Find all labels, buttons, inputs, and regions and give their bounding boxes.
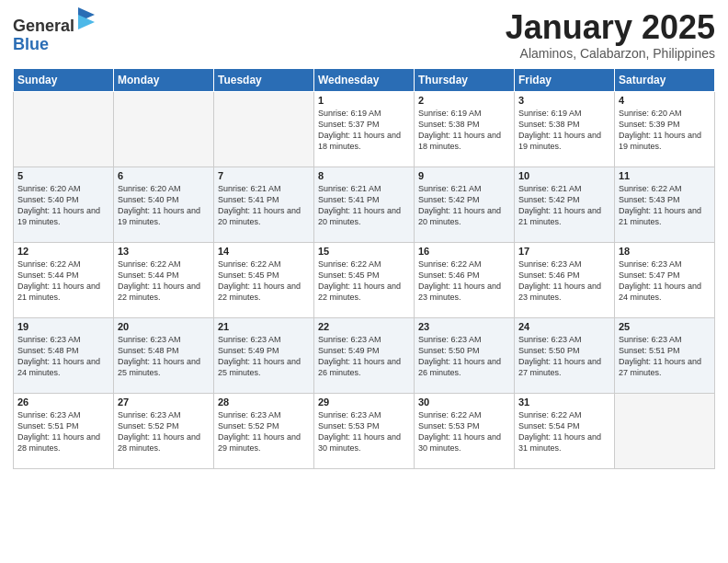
col-saturday: Saturday (615, 68, 715, 91)
day-info: Sunrise: 6:23 AM Sunset: 5:51 PM Dayligh… (619, 334, 711, 379)
col-wednesday: Wednesday (314, 68, 415, 91)
day-number: 23 (418, 321, 510, 332)
day-info: Sunrise: 6:23 AM Sunset: 5:49 PM Dayligh… (318, 334, 410, 379)
title-block: January 2025 Alaminos, Calabarzon, Phili… (506, 9, 715, 61)
day-info: Sunrise: 6:23 AM Sunset: 5:53 PM Dayligh… (318, 409, 410, 454)
day-number: 30 (418, 396, 510, 408)
day-number: 11 (619, 170, 711, 181)
table-row: 3Sunrise: 6:19 AM Sunset: 5:38 PM Daylig… (515, 91, 615, 167)
day-info: Sunrise: 6:23 AM Sunset: 5:52 PM Dayligh… (118, 409, 210, 454)
logo-blue-text: Blue (13, 35, 49, 53)
day-number: 8 (318, 170, 410, 181)
day-number: 29 (318, 396, 410, 408)
day-number: 20 (118, 321, 210, 332)
day-info: Sunrise: 6:23 AM Sunset: 5:52 PM Dayligh… (218, 409, 310, 454)
day-number: 15 (318, 246, 410, 257)
day-number: 3 (518, 95, 610, 106)
logo-flag-icon (76, 6, 97, 31)
logo-general-text: General (13, 17, 74, 35)
calendar-week-row: 12Sunrise: 6:22 AM Sunset: 5:44 PM Dayli… (14, 242, 715, 317)
day-number: 26 (17, 396, 109, 408)
table-row: 12Sunrise: 6:22 AM Sunset: 5:44 PM Dayli… (14, 242, 114, 317)
calendar-week-row: 1Sunrise: 6:19 AM Sunset: 5:37 PM Daylig… (14, 91, 715, 167)
calendar-week-row: 26Sunrise: 6:23 AM Sunset: 5:51 PM Dayli… (14, 393, 715, 468)
location-title: Alaminos, Calabarzon, Philippines (506, 46, 715, 61)
day-info: Sunrise: 6:19 AM Sunset: 5:37 PM Dayligh… (318, 108, 410, 153)
table-row: 9Sunrise: 6:21 AM Sunset: 5:42 PM Daylig… (415, 167, 515, 242)
table-row: 23Sunrise: 6:23 AM Sunset: 5:50 PM Dayli… (415, 317, 515, 393)
day-info: Sunrise: 6:22 AM Sunset: 5:54 PM Dayligh… (518, 409, 610, 454)
day-number: 17 (518, 246, 610, 257)
table-row: 8Sunrise: 6:21 AM Sunset: 5:41 PM Daylig… (314, 167, 415, 242)
day-info: Sunrise: 6:23 AM Sunset: 5:48 PM Dayligh… (17, 334, 109, 379)
calendar-header-row: Sunday Monday Tuesday Wednesday Thursday… (14, 68, 715, 91)
table-row (615, 393, 715, 468)
month-title: January 2025 (506, 9, 715, 46)
table-row (14, 91, 114, 167)
day-number: 2 (418, 95, 510, 106)
day-info: Sunrise: 6:19 AM Sunset: 5:38 PM Dayligh… (418, 108, 510, 153)
day-info: Sunrise: 6:23 AM Sunset: 5:51 PM Dayligh… (17, 409, 109, 454)
day-info: Sunrise: 6:20 AM Sunset: 5:39 PM Dayligh… (619, 108, 711, 153)
table-row: 15Sunrise: 6:22 AM Sunset: 5:45 PM Dayli… (314, 242, 415, 317)
calendar: Sunday Monday Tuesday Wednesday Thursday… (13, 68, 715, 469)
logo: General Blue (13, 9, 97, 54)
day-number: 5 (17, 170, 109, 181)
day-number: 16 (418, 246, 510, 257)
col-sunday: Sunday (14, 68, 114, 91)
table-row (114, 91, 214, 167)
table-row: 18Sunrise: 6:23 AM Sunset: 5:47 PM Dayli… (615, 242, 715, 317)
day-number: 28 (218, 396, 310, 408)
table-row: 27Sunrise: 6:23 AM Sunset: 5:52 PM Dayli… (114, 393, 214, 468)
table-row: 14Sunrise: 6:22 AM Sunset: 5:45 PM Dayli… (214, 242, 314, 317)
table-row: 4Sunrise: 6:20 AM Sunset: 5:39 PM Daylig… (615, 91, 715, 167)
day-number: 12 (17, 246, 109, 257)
table-row: 19Sunrise: 6:23 AM Sunset: 5:48 PM Dayli… (14, 317, 114, 393)
day-info: Sunrise: 6:21 AM Sunset: 5:41 PM Dayligh… (318, 183, 410, 228)
col-thursday: Thursday (415, 68, 515, 91)
table-row: 22Sunrise: 6:23 AM Sunset: 5:49 PM Dayli… (314, 317, 415, 393)
day-info: Sunrise: 6:21 AM Sunset: 5:42 PM Dayligh… (418, 183, 510, 228)
day-info: Sunrise: 6:23 AM Sunset: 5:49 PM Dayligh… (218, 334, 310, 379)
day-number: 31 (518, 396, 610, 408)
day-info: Sunrise: 6:23 AM Sunset: 5:48 PM Dayligh… (118, 334, 210, 379)
day-number: 27 (118, 396, 210, 408)
calendar-week-row: 19Sunrise: 6:23 AM Sunset: 5:48 PM Dayli… (14, 317, 715, 393)
table-row: 28Sunrise: 6:23 AM Sunset: 5:52 PM Dayli… (214, 393, 314, 468)
day-number: 1 (318, 95, 410, 106)
table-row: 13Sunrise: 6:22 AM Sunset: 5:44 PM Dayli… (114, 242, 214, 317)
day-info: Sunrise: 6:23 AM Sunset: 5:47 PM Dayligh… (619, 259, 711, 304)
col-tuesday: Tuesday (214, 68, 314, 91)
col-friday: Friday (515, 68, 615, 91)
table-row: 10Sunrise: 6:21 AM Sunset: 5:42 PM Dayli… (515, 167, 615, 242)
day-info: Sunrise: 6:22 AM Sunset: 5:45 PM Dayligh… (218, 259, 310, 304)
day-info: Sunrise: 6:23 AM Sunset: 5:50 PM Dayligh… (418, 334, 510, 379)
day-number: 6 (118, 170, 210, 181)
day-info: Sunrise: 6:23 AM Sunset: 5:50 PM Dayligh… (518, 334, 610, 379)
day-info: Sunrise: 6:20 AM Sunset: 5:40 PM Dayligh… (118, 183, 210, 228)
day-info: Sunrise: 6:22 AM Sunset: 5:44 PM Dayligh… (118, 259, 210, 304)
day-number: 13 (118, 246, 210, 257)
day-number: 10 (518, 170, 610, 181)
table-row: 25Sunrise: 6:23 AM Sunset: 5:51 PM Dayli… (615, 317, 715, 393)
table-row: 5Sunrise: 6:20 AM Sunset: 5:40 PM Daylig… (14, 167, 114, 242)
table-row: 30Sunrise: 6:22 AM Sunset: 5:53 PM Dayli… (415, 393, 515, 468)
table-row: 16Sunrise: 6:22 AM Sunset: 5:46 PM Dayli… (415, 242, 515, 317)
day-info: Sunrise: 6:21 AM Sunset: 5:42 PM Dayligh… (518, 183, 610, 228)
header: General Blue January 2025 Alaminos, Cala… (13, 9, 715, 61)
day-number: 4 (619, 95, 711, 106)
table-row: 1Sunrise: 6:19 AM Sunset: 5:37 PM Daylig… (314, 91, 415, 167)
day-number: 9 (418, 170, 510, 181)
calendar-body: 1Sunrise: 6:19 AM Sunset: 5:37 PM Daylig… (14, 91, 715, 468)
day-number: 14 (218, 246, 310, 257)
col-monday: Monday (114, 68, 214, 91)
day-info: Sunrise: 6:22 AM Sunset: 5:44 PM Dayligh… (17, 259, 109, 304)
table-row: 24Sunrise: 6:23 AM Sunset: 5:50 PM Dayli… (515, 317, 615, 393)
day-number: 18 (619, 246, 711, 257)
table-row: 2Sunrise: 6:19 AM Sunset: 5:38 PM Daylig… (415, 91, 515, 167)
day-number: 22 (318, 321, 410, 332)
day-info: Sunrise: 6:20 AM Sunset: 5:40 PM Dayligh… (17, 183, 109, 228)
day-number: 7 (218, 170, 310, 181)
day-info: Sunrise: 6:22 AM Sunset: 5:53 PM Dayligh… (418, 409, 510, 454)
day-info: Sunrise: 6:22 AM Sunset: 5:45 PM Dayligh… (318, 259, 410, 304)
